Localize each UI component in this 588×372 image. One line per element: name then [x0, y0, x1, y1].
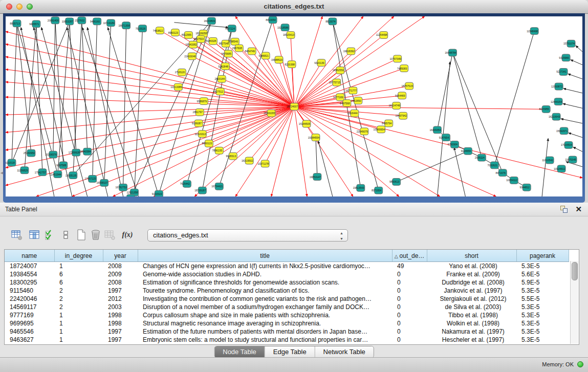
create-column-icon[interactable] [75, 228, 88, 242]
graph-node[interactable]: 16782753 [116, 184, 127, 191]
delete-column-icon[interactable] [89, 228, 102, 242]
graph-node[interactable]: 10797349 [390, 55, 402, 62]
graph-node[interactable]: 9136087 [192, 120, 203, 127]
graph-node[interactable]: 8186328 [206, 37, 217, 45]
graph-node[interactable]: 7625442 [180, 180, 191, 187]
graph-node[interactable]: 16648784 [445, 49, 456, 56]
tab-network-table[interactable]: Network Table [315, 346, 374, 358]
graph-node[interactable]: 8215955 [539, 106, 550, 113]
graph-node[interactable]: 8660123 [202, 140, 213, 147]
scrollbar-thumb[interactable] [572, 262, 578, 280]
graph-node[interactable]: 8071954 [372, 187, 383, 194]
graph-node[interactable]: 8427512 [213, 88, 225, 95]
graph-node[interactable]: 11548498 [527, 28, 538, 35]
graph-node[interactable]: 19218586 [277, 24, 289, 31]
table-row[interactable]: 1456911722003Disruption of a novel membe… [5, 303, 569, 311]
graph-node[interactable]: 18757515 [402, 82, 413, 90]
graph-node[interactable]: 20501318 [123, 194, 135, 196]
graph-node[interactable]: 10653287 [62, 18, 74, 25]
graph-node[interactable]: 2316444 [347, 110, 359, 117]
graph-node[interactable]: 11156829 [17, 167, 29, 174]
memory-status-indicator[interactable] [577, 361, 583, 367]
graph-node[interactable]: 9475685 [222, 50, 233, 57]
close-panel-icon[interactable]: ✕ [575, 205, 582, 214]
table-vertical-scrollbar[interactable] [570, 261, 578, 344]
table-row[interactable]: 977716911998Corpus callosum shape and si… [5, 311, 569, 319]
graph-node[interactable]: 15692971 [556, 127, 568, 135]
graph-node[interactable]: 18739187 [194, 187, 206, 194]
table-row[interactable]: 946362711997Embryonic stem cells: a mode… [5, 336, 569, 344]
graph-node[interactable]: 22049079 [357, 128, 368, 135]
graph-node[interactable]: 12444154 [551, 98, 562, 105]
float-panel-icon[interactable] [560, 206, 568, 213]
graph-node[interactable]: 15688520 [271, 56, 283, 63]
table-row[interactable]: 911546021997Tourette syndrome. Phenomeno… [5, 287, 569, 295]
graph-node[interactable]: 16210643 [549, 113, 560, 120]
graph-node[interactable]: 10719184 [103, 19, 115, 27]
graph-node[interactable]: 13505135 [66, 172, 77, 179]
graph-node[interactable]: 2861797 [193, 108, 204, 116]
graph-node[interactable]: 12093872 [551, 83, 563, 90]
column-header-out-de-[interactable]: △out_de… [392, 250, 427, 262]
graph-node[interactable]: 16104749 [389, 102, 401, 110]
graph-node[interactable]: 8805713 [10, 20, 21, 27]
graph-node[interactable]: 17016504 [561, 142, 573, 149]
graph-node[interactable]: 12213389 [170, 83, 182, 91]
graph-node[interactable]: 16319502 [242, 157, 253, 164]
table-row[interactable]: 1872400712008Changes of HCN gene express… [5, 262, 569, 271]
column-header-short[interactable]: short [427, 250, 516, 262]
graph-node[interactable]: 7032621 [488, 162, 499, 169]
graph-node[interactable]: 7515526 [136, 25, 147, 32]
graph-node[interactable]: 16033809 [204, 17, 215, 25]
column-header-name[interactable]: name [5, 250, 54, 262]
graph-node[interactable]: 16671358 [118, 22, 130, 29]
column-header-pagerank[interactable]: pagerank [516, 250, 569, 262]
graph-node[interactable]: 8813074 [325, 18, 337, 25]
tab-edge-table[interactable]: Edge Table [265, 346, 315, 358]
graph-node[interactable]: 2718120 [175, 69, 186, 76]
graph-node[interactable]: 18940584 [80, 148, 92, 155]
graph-node[interactable]: 10371178 [257, 160, 269, 167]
graph-node[interactable]: 11316313 [194, 130, 206, 138]
graph-node[interactable]: 9928313 [226, 152, 237, 160]
show-columns-icon[interactable] [28, 228, 41, 242]
graph-node[interactable]: 8220398 [285, 61, 296, 68]
graph-node[interactable]: 8471676 [496, 169, 507, 177]
graph-node[interactable]: 9405571 [29, 20, 40, 28]
select-columns-icon[interactable] [43, 228, 56, 242]
graph-node[interactable]: 18325413 [283, 32, 295, 39]
graph-node[interactable]: 17942757 [35, 169, 47, 176]
graph-node[interactable]: 15497942 [396, 112, 407, 119]
graph-node[interactable]: 16362550 [333, 67, 344, 74]
graph-node[interactable]: 8813054 [266, 16, 277, 24]
graph-node[interactable]: 9101519 [152, 190, 163, 196]
collapse-left-panel-arrow[interactable]: ◀ [0, 170, 4, 176]
graph-node[interactable]: 19618392 [343, 48, 355, 55]
graph-node[interactable]: 9466160 [90, 18, 101, 25]
network-graph[interactable]: 1872400789601238912955182260589827503165… [6, 16, 582, 196]
graph-node[interactable]: 9242848 [219, 63, 230, 70]
graph-node[interactable]: 9147654 [439, 134, 450, 141]
graph-node[interactable]: 8454749 [245, 48, 256, 55]
graph-node[interactable]: 20206576 [46, 151, 57, 158]
graph-node[interactable]: 9329966 [559, 54, 570, 61]
graph-node[interactable]: 1527602 [75, 17, 86, 24]
graph-node[interactable]: 11451944 [50, 171, 62, 178]
graph-node[interactable]: 9227341 [556, 69, 568, 76]
graph-node[interactable]: 18775715 [329, 79, 341, 86]
graph-node[interactable]: 17359928 [69, 149, 80, 156]
table-options-icon[interactable] [10, 228, 24, 242]
table-row[interactable]: 969969511998Structural magnetic resonanc… [5, 319, 569, 327]
graph-node[interactable]: 16543382 [185, 41, 197, 48]
graph-node[interactable]: 7463822 [153, 27, 164, 34]
graph-node[interactable]: 25160950 [24, 149, 35, 157]
graph-node[interactable]: 11610542 [542, 157, 554, 164]
graph-node[interactable]: 8960123 [168, 29, 180, 36]
graph-node[interactable]: 10654112 [506, 177, 518, 184]
graph-node[interactable]: 9850613 [389, 179, 401, 186]
table-row[interactable]: 2242004622012Investigating the contribut… [5, 295, 569, 303]
graph-node[interactable]: 16754421 [211, 183, 223, 190]
graph-node[interactable]: 17957225 [85, 176, 97, 183]
table-row[interactable]: 946554611997Estimation of the future num… [5, 327, 569, 336]
graph-node[interactable]: 20691406 [48, 17, 59, 24]
